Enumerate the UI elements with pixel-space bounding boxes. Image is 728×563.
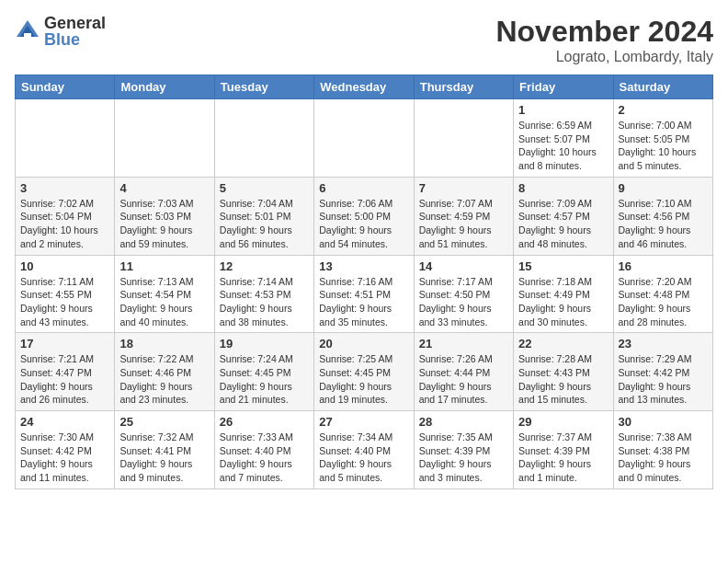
- calendar-cell: 19Sunrise: 7:24 AM Sunset: 4:45 PM Dayli…: [214, 333, 313, 411]
- calendar-cell: 9Sunrise: 7:10 AM Sunset: 4:56 PM Daylig…: [613, 177, 712, 255]
- day-info: Sunrise: 7:35 AM Sunset: 4:39 PM Dayligh…: [419, 431, 508, 485]
- day-number: 22: [518, 337, 608, 350]
- day-info: Sunrise: 7:32 AM Sunset: 4:41 PM Dayligh…: [119, 431, 209, 485]
- day-number: 24: [20, 415, 109, 429]
- calendar-cell: 21Sunrise: 7:26 AM Sunset: 4:44 PM Dayli…: [414, 333, 513, 411]
- header-row: SundayMondayTuesdayWednesdayThursdayFrid…: [16, 75, 713, 99]
- calendar-cell: [115, 99, 214, 178]
- day-info: Sunrise: 7:07 AM Sunset: 4:59 PM Dayligh…: [419, 197, 508, 251]
- calendar-cell: 8Sunrise: 7:09 AM Sunset: 4:57 PM Daylig…: [514, 177, 613, 255]
- calendar-cell: 3Sunrise: 7:02 AM Sunset: 5:04 PM Daylig…: [16, 177, 115, 255]
- day-info: Sunrise: 7:00 AM Sunset: 5:05 PM Dayligh…: [619, 119, 708, 173]
- day-number: 14: [419, 259, 508, 273]
- day-number: 25: [119, 415, 209, 429]
- calendar-cell: 4Sunrise: 7:03 AM Sunset: 5:03 PM Daylig…: [115, 177, 214, 255]
- calendar-cell: 28Sunrise: 7:35 AM Sunset: 4:39 PM Dayli…: [414, 411, 513, 489]
- day-info: Sunrise: 7:22 AM Sunset: 4:46 PM Dayligh…: [119, 352, 209, 407]
- calendar-cell: 16Sunrise: 7:20 AM Sunset: 4:48 PM Dayli…: [613, 255, 712, 333]
- day-info: Sunrise: 7:13 AM Sunset: 4:54 PM Dayligh…: [119, 275, 209, 329]
- day-number: 18: [119, 337, 209, 350]
- day-info: Sunrise: 7:03 AM Sunset: 5:03 PM Dayligh…: [119, 197, 209, 251]
- day-number: 10: [20, 259, 109, 273]
- week-row-4: 17Sunrise: 7:21 AM Sunset: 4:47 PM Dayli…: [16, 333, 713, 411]
- calendar-cell: [414, 99, 513, 178]
- day-number: 30: [619, 415, 708, 429]
- calendar-cell: 13Sunrise: 7:16 AM Sunset: 4:51 PM Dayli…: [314, 255, 414, 333]
- calendar-cell: 23Sunrise: 7:29 AM Sunset: 4:42 PM Dayli…: [613, 333, 712, 411]
- calendar-cell: 7Sunrise: 7:07 AM Sunset: 4:59 PM Daylig…: [414, 177, 513, 255]
- day-number: 13: [319, 259, 408, 273]
- header-cell-friday: Friday: [514, 75, 613, 99]
- calendar-cell: 11Sunrise: 7:13 AM Sunset: 4:54 PM Dayli…: [115, 255, 214, 333]
- calendar-header: SundayMondayTuesdayWednesdayThursdayFrid…: [16, 75, 713, 99]
- header-cell-monday: Monday: [115, 75, 214, 99]
- day-info: Sunrise: 7:16 AM Sunset: 4:51 PM Dayligh…: [319, 275, 408, 329]
- day-info: Sunrise: 7:11 AM Sunset: 4:55 PM Dayligh…: [20, 275, 109, 329]
- day-info: Sunrise: 7:24 AM Sunset: 4:45 PM Dayligh…: [220, 352, 309, 407]
- logo-blue-text: Blue: [44, 31, 106, 48]
- calendar-cell: 12Sunrise: 7:14 AM Sunset: 4:53 PM Dayli…: [214, 255, 313, 333]
- calendar-cell: 15Sunrise: 7:18 AM Sunset: 4:49 PM Dayli…: [514, 255, 613, 333]
- day-number: 16: [619, 259, 708, 273]
- calendar-cell: 27Sunrise: 7:34 AM Sunset: 4:40 PM Dayli…: [314, 411, 414, 489]
- day-number: 19: [220, 337, 309, 350]
- week-row-1: 1Sunrise: 6:59 AM Sunset: 5:07 PM Daylig…: [16, 99, 713, 178]
- calendar-cell: 2Sunrise: 7:00 AM Sunset: 5:05 PM Daylig…: [613, 99, 712, 178]
- week-row-2: 3Sunrise: 7:02 AM Sunset: 5:04 PM Daylig…: [16, 177, 713, 255]
- header-cell-sunday: Sunday: [16, 75, 115, 99]
- day-number: 5: [220, 181, 309, 195]
- calendar-body: 1Sunrise: 6:59 AM Sunset: 5:07 PM Daylig…: [16, 99, 713, 489]
- logo-icon: [15, 18, 40, 44]
- day-info: Sunrise: 7:06 AM Sunset: 5:00 PM Dayligh…: [319, 197, 408, 251]
- day-number: 28: [419, 415, 508, 429]
- day-info: Sunrise: 7:34 AM Sunset: 4:40 PM Dayligh…: [319, 431, 408, 485]
- day-number: 23: [619, 337, 708, 350]
- calendar-cell: 25Sunrise: 7:32 AM Sunset: 4:41 PM Dayli…: [115, 411, 214, 489]
- day-number: 2: [619, 103, 708, 117]
- calendar-cell: 6Sunrise: 7:06 AM Sunset: 5:00 PM Daylig…: [314, 177, 414, 255]
- day-info: Sunrise: 7:09 AM Sunset: 4:57 PM Dayligh…: [518, 197, 608, 251]
- day-number: 12: [220, 259, 309, 273]
- calendar-cell: 30Sunrise: 7:38 AM Sunset: 4:38 PM Dayli…: [613, 411, 712, 489]
- day-info: Sunrise: 7:20 AM Sunset: 4:48 PM Dayligh…: [619, 275, 708, 329]
- calendar-cell: 17Sunrise: 7:21 AM Sunset: 4:47 PM Dayli…: [16, 333, 115, 411]
- calendar-cell: [314, 99, 414, 178]
- day-info: Sunrise: 7:30 AM Sunset: 4:42 PM Dayligh…: [20, 431, 109, 485]
- header-cell-saturday: Saturday: [613, 75, 712, 99]
- location-title: Lograto, Lombardy, Italy: [495, 49, 713, 65]
- day-number: 9: [619, 181, 708, 195]
- day-number: 8: [518, 181, 608, 195]
- logo-general: General: [44, 15, 106, 31]
- day-number: 20: [319, 337, 408, 350]
- calendar-cell: 20Sunrise: 7:25 AM Sunset: 4:45 PM Dayli…: [314, 333, 414, 411]
- header-cell-thursday: Thursday: [414, 75, 513, 99]
- day-info: Sunrise: 7:28 AM Sunset: 4:43 PM Dayligh…: [518, 352, 608, 407]
- day-number: 21: [419, 337, 508, 350]
- day-number: 15: [518, 259, 608, 273]
- logo: General Blue: [15, 15, 106, 48]
- header-cell-wednesday: Wednesday: [314, 75, 414, 99]
- calendar-cell: 24Sunrise: 7:30 AM Sunset: 4:42 PM Dayli…: [16, 411, 115, 489]
- day-number: 11: [119, 259, 209, 273]
- day-info: Sunrise: 6:59 AM Sunset: 5:07 PM Dayligh…: [518, 119, 608, 173]
- logo-text: General Blue: [44, 15, 106, 48]
- day-info: Sunrise: 7:29 AM Sunset: 4:42 PM Dayligh…: [619, 352, 708, 407]
- day-number: 7: [419, 181, 508, 195]
- day-info: Sunrise: 7:14 AM Sunset: 4:53 PM Dayligh…: [220, 275, 309, 329]
- day-info: Sunrise: 7:10 AM Sunset: 4:56 PM Dayligh…: [619, 197, 708, 251]
- calendar-cell: 29Sunrise: 7:37 AM Sunset: 4:39 PM Dayli…: [514, 411, 613, 489]
- day-number: 6: [319, 181, 408, 195]
- calendar-cell: [16, 99, 115, 178]
- day-info: Sunrise: 7:17 AM Sunset: 4:50 PM Dayligh…: [419, 275, 508, 329]
- calendar-cell: 26Sunrise: 7:33 AM Sunset: 4:40 PM Dayli…: [214, 411, 313, 489]
- day-info: Sunrise: 7:04 AM Sunset: 5:01 PM Dayligh…: [220, 197, 309, 251]
- calendar-cell: [214, 99, 313, 178]
- month-title: November 2024: [495, 15, 713, 49]
- day-number: 17: [20, 337, 109, 350]
- day-number: 1: [518, 103, 608, 117]
- calendar-cell: 22Sunrise: 7:28 AM Sunset: 4:43 PM Dayli…: [514, 333, 613, 411]
- day-info: Sunrise: 7:21 AM Sunset: 4:47 PM Dayligh…: [20, 352, 109, 407]
- week-row-3: 10Sunrise: 7:11 AM Sunset: 4:55 PM Dayli…: [16, 255, 713, 333]
- calendar-cell: 1Sunrise: 6:59 AM Sunset: 5:07 PM Daylig…: [514, 99, 613, 178]
- svg-rect-2: [24, 33, 31, 37]
